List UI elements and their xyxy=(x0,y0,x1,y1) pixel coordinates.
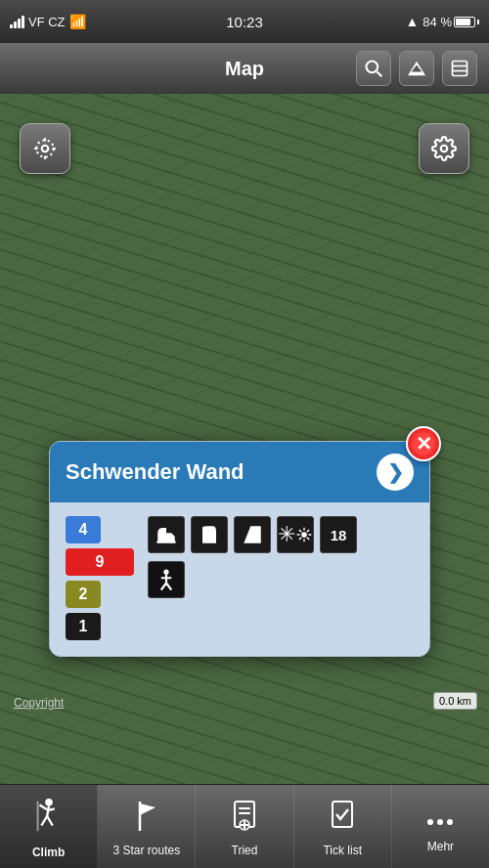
nav-icons xyxy=(356,51,477,86)
svg-line-27 xyxy=(161,584,166,590)
bolt-icon xyxy=(148,561,185,598)
status-left: VF CZ 📶 xyxy=(10,14,86,29)
svg-rect-14 xyxy=(156,541,175,543)
tab-tried[interactable]: Tried xyxy=(196,785,293,868)
svg-point-13 xyxy=(441,146,448,152)
popup-detail-button[interactable]: ❯ xyxy=(377,454,414,491)
tried-icon xyxy=(231,800,258,840)
tab-ticklist[interactable]: Tick list xyxy=(294,785,392,868)
status-bar: VF CZ 📶 10:23 ▲ 84 % xyxy=(0,0,489,43)
tab-3star[interactable]: 3 Star routes xyxy=(98,785,196,868)
signal-icon xyxy=(10,15,24,28)
svg-point-44 xyxy=(427,819,433,825)
tab-climb[interactable]: Climb xyxy=(0,785,98,868)
status-right: ▲ 84 % xyxy=(406,14,480,29)
route-number-box: 18 xyxy=(320,516,357,553)
popup-body: 4 9 2 1 xyxy=(50,502,429,656)
svg-point-7 xyxy=(42,146,49,152)
battery-indicator: 84 % xyxy=(422,15,479,29)
close-icon: ✕ xyxy=(416,432,432,456)
tab-mehr-label: Mehr xyxy=(427,840,454,853)
nav-arrow-icon: ▲ xyxy=(406,14,420,29)
route-badge-2: 2 xyxy=(66,581,101,608)
svg-point-24 xyxy=(163,570,168,575)
tab-mehr[interactable]: Mehr xyxy=(392,785,489,868)
svg-line-34 xyxy=(47,816,53,826)
wifi-icon: 📶 xyxy=(69,14,86,29)
svg-line-20 xyxy=(299,530,301,532)
route-badge-4: 4 xyxy=(66,516,101,543)
popup-card: ✕ Schwender Wand ❯ 4 9 2 1 xyxy=(49,441,430,657)
svg-point-8 xyxy=(36,140,53,156)
map-area[interactable]: ✕ Schwender Wand ❯ 4 9 2 1 xyxy=(0,94,489,784)
tab-ticklist-label: Tick list xyxy=(323,844,362,857)
nav-bar: Map xyxy=(0,43,489,94)
svg-point-29 xyxy=(45,799,53,806)
tick-icon xyxy=(329,800,356,840)
svg-line-1 xyxy=(377,71,381,76)
search-button[interactable] xyxy=(356,51,391,86)
svg-point-0 xyxy=(367,62,378,73)
route-badges: 4 9 2 1 xyxy=(66,516,134,640)
tab-3star-label: 3 Star routes xyxy=(112,844,180,857)
svg-point-15 xyxy=(301,532,307,538)
distance-label: 0.0 km xyxy=(433,692,477,710)
svg-line-23 xyxy=(299,538,301,540)
rock-right-icon xyxy=(191,516,228,553)
svg-line-31 xyxy=(39,805,47,810)
close-button[interactable]: ✕ xyxy=(406,426,441,461)
layers-button[interactable] xyxy=(442,51,477,86)
svg-rect-38 xyxy=(239,807,250,809)
route-badge-1: 1 xyxy=(66,613,101,640)
svg-rect-39 xyxy=(239,812,250,814)
svg-line-28 xyxy=(166,584,171,590)
mehr-icon xyxy=(425,804,455,836)
flag-icon xyxy=(132,800,161,840)
svg-line-21 xyxy=(307,538,309,540)
clock: 10:23 xyxy=(226,14,263,30)
climb-icon xyxy=(33,798,65,842)
popup-title: Schwender Wand xyxy=(66,459,244,485)
popup-header: Schwender Wand ❯ xyxy=(50,442,429,502)
tab-bar: Climb 3 Star routes Tried xyxy=(0,784,489,868)
route-badge-9: 9 xyxy=(66,548,134,576)
svg-rect-43 xyxy=(333,802,352,827)
locate-button[interactable] xyxy=(20,123,70,174)
svg-line-22 xyxy=(307,530,309,532)
route-icons: 18 xyxy=(148,516,357,598)
carrier-label: VF CZ xyxy=(28,15,66,29)
battery-fill xyxy=(456,19,470,25)
nav-title: Map xyxy=(225,58,264,80)
tab-climb-label: Climb xyxy=(32,846,65,859)
battery-percent: 84 % xyxy=(422,15,452,29)
settings-button[interactable] xyxy=(419,123,469,174)
rock-slab-icon xyxy=(234,516,271,553)
svg-point-45 xyxy=(437,819,443,825)
boot-icon xyxy=(148,516,185,553)
battery-tip xyxy=(477,20,479,24)
sun-burst-icon xyxy=(277,516,314,553)
svg-rect-4 xyxy=(453,62,467,76)
tab-tried-label: Tried xyxy=(232,844,258,857)
svg-line-33 xyxy=(41,816,47,826)
svg-point-46 xyxy=(447,819,453,825)
mountain-button[interactable] xyxy=(399,51,434,86)
chevron-right-icon: ❯ xyxy=(387,460,404,484)
route-number: 18 xyxy=(331,527,347,543)
icon-row-2 xyxy=(148,561,357,598)
icon-row-1: 18 xyxy=(148,516,357,553)
battery-body xyxy=(454,17,475,27)
copyright-label[interactable]: Copyright xyxy=(14,696,64,710)
